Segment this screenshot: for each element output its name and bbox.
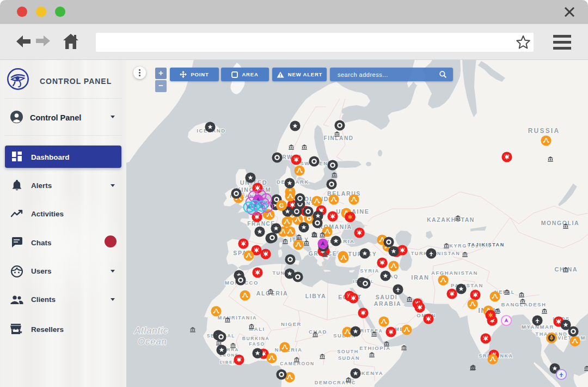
svg-text:SOUTH: SOUTH [337, 349, 359, 354]
svg-text:ALGERIA: ALGERIA [256, 290, 288, 297]
svg-text:G: G [279, 202, 284, 209]
svg-text:CHAD: CHAD [309, 329, 327, 335]
svg-text:FRANCE: FRANCE [247, 221, 275, 227]
svg-text:SAUDI: SAUDI [376, 294, 398, 300]
svg-text:MONGOLIA: MONGOLIA [541, 220, 580, 226]
svg-text:BURKINA: BURKINA [242, 336, 270, 341]
svg-text:SUDAN: SUDAN [338, 355, 360, 361]
svg-text:RUSSIA: RUSSIA [528, 127, 560, 135]
svg-text:MAURITANIA: MAURITANIA [218, 315, 257, 321]
svg-text:Ocean: Ocean [138, 336, 167, 346]
svg-text:KENYA: KENYA [362, 370, 383, 376]
svg-text:IRAN: IRAN [411, 274, 429, 281]
svg-text:KAZAKHSTAN: KAZAKHSTAN [427, 216, 475, 223]
svg-text:Atlantic: Atlantic [134, 325, 168, 335]
svg-text:TAJIKISTAN: TAJIKISTAN [468, 242, 505, 247]
svg-text:PAKISTAN: PAKISTAN [451, 282, 483, 288]
svg-text:BANGLADESH: BANGLADESH [501, 301, 546, 307]
svg-text:ARABIA: ARABIA [374, 300, 401, 307]
svg-text:LIBYA: LIBYA [305, 293, 327, 299]
svg-text:FASO: FASO [249, 341, 265, 347]
svg-text:AFGHANISTAN: AFGHANISTAN [431, 270, 478, 276]
svg-text:NIGER: NIGER [281, 321, 302, 327]
svg-text:SYRIA: SYRIA [360, 268, 379, 274]
